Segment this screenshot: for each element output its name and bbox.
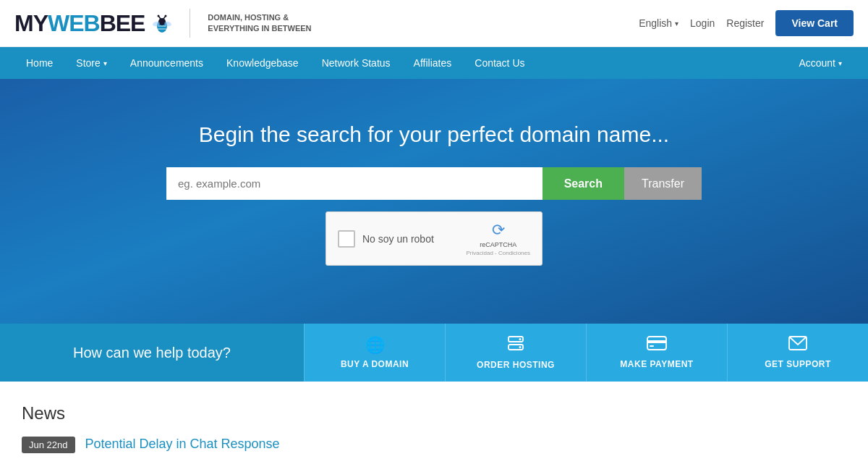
logo: MYWEBBEE: [14, 10, 172, 37]
payment-icon: [647, 336, 667, 355]
help-order-hosting[interactable]: ORDER HOSTING: [445, 324, 586, 382]
logo-area: MYWEBBEE DOMAIN, HOSTING & EVERYTHI: [14, 9, 312, 38]
view-cart-button[interactable]: View Cart: [775, 10, 854, 36]
transfer-button[interactable]: Transfer: [624, 167, 702, 200]
svg-point-8: [158, 15, 160, 17]
recaptcha-widget[interactable]: No soy un robot ⟳ reCAPTCHA Privacidad -…: [326, 211, 542, 266]
news-section: News Jun 22nd Potential Delay in Chat Re…: [0, 382, 868, 459]
recaptcha-brand: reCAPTCHA: [480, 241, 516, 248]
recaptcha-left: No soy un robot: [338, 230, 434, 248]
logo-web: WEB: [48, 10, 100, 36]
nav-knowledgebase[interactable]: Knowledgebase: [215, 47, 310, 79]
logo-tagline: DOMAIN, HOSTING & EVERYTHING IN BETWEEN: [208, 12, 311, 35]
domain-search-input[interactable]: [166, 167, 542, 200]
nav-account[interactable]: Account: [787, 47, 854, 79]
nav-bar: Home Store Announcements Knowledgebase N…: [0, 47, 868, 79]
help-make-payment-label: MAKE PAYMENT: [620, 359, 693, 369]
nav-contact-us[interactable]: Contact Us: [463, 47, 536, 79]
register-link[interactable]: Register: [726, 17, 764, 29]
help-get-support[interactable]: GET SUPPORT: [727, 324, 868, 382]
search-button[interactable]: Search: [542, 167, 624, 200]
recaptcha-label: No soy un robot: [362, 233, 434, 245]
globe-icon: 🌐: [365, 336, 385, 355]
svg-point-1: [158, 18, 166, 25]
svg-rect-16: [650, 345, 654, 347]
nav-network-status[interactable]: Network Status: [310, 47, 402, 79]
logo-divider: [190, 9, 190, 38]
news-item: Jun 22nd Potential Delay in Chat Respons…: [22, 437, 846, 453]
envelope-icon: [788, 336, 807, 355]
search-row: Search Transfer: [166, 167, 702, 200]
top-bar: MYWEBBEE DOMAIN, HOSTING & EVERYTHI: [0, 0, 868, 47]
nav-home[interactable]: Home: [14, 47, 64, 79]
svg-point-9: [165, 15, 167, 17]
recaptcha-links: Privacidad - Condiciones: [467, 250, 531, 256]
help-bar: How can we help today? 🌐 BUY A DOMAIN OR…: [0, 324, 868, 382]
nav-affiliates[interactable]: Affiliates: [402, 47, 464, 79]
svg-point-13: [519, 346, 522, 348]
help-order-hosting-label: ORDER HOSTING: [477, 360, 555, 370]
svg-rect-5: [158, 28, 166, 30]
recaptcha-logo: ⟳ reCAPTCHA Privacidad - Condiciones: [467, 221, 531, 256]
bee-icon: [152, 14, 172, 35]
nav-announcements[interactable]: Announcements: [119, 47, 215, 79]
hero-title: Begin the search for your perfect domain…: [199, 122, 669, 147]
help-get-support-label: GET SUPPORT: [765, 359, 831, 369]
server-icon: [507, 335, 524, 355]
nav-store[interactable]: Store: [64, 47, 118, 79]
svg-rect-4: [158, 25, 166, 27]
login-link[interactable]: Login: [690, 17, 715, 29]
help-buy-domain[interactable]: 🌐 BUY A DOMAIN: [304, 324, 445, 382]
hero-section: Begin the search for your perfect domain…: [0, 79, 868, 324]
top-right-actions: English Login Register View Cart: [639, 10, 854, 36]
recaptcha-checkbox[interactable]: [338, 230, 355, 248]
news-headline-link[interactable]: Potential Delay in Chat Response: [85, 437, 279, 451]
help-buy-domain-label: BUY A DOMAIN: [341, 359, 409, 369]
logo-my: MY: [14, 10, 48, 36]
svg-point-12: [519, 338, 522, 340]
language-selector[interactable]: English: [639, 17, 678, 29]
help-items: 🌐 BUY A DOMAIN ORDER HOSTING: [304, 324, 868, 382]
svg-rect-15: [647, 340, 666, 343]
help-make-payment[interactable]: MAKE PAYMENT: [586, 324, 727, 382]
help-question: How can we help today?: [0, 324, 304, 382]
news-date-badge: Jun 22nd: [22, 437, 75, 453]
recaptcha-logo-icon: ⟳: [492, 221, 505, 240]
logo-bee: BEE: [100, 10, 145, 36]
news-title: News: [22, 403, 846, 424]
